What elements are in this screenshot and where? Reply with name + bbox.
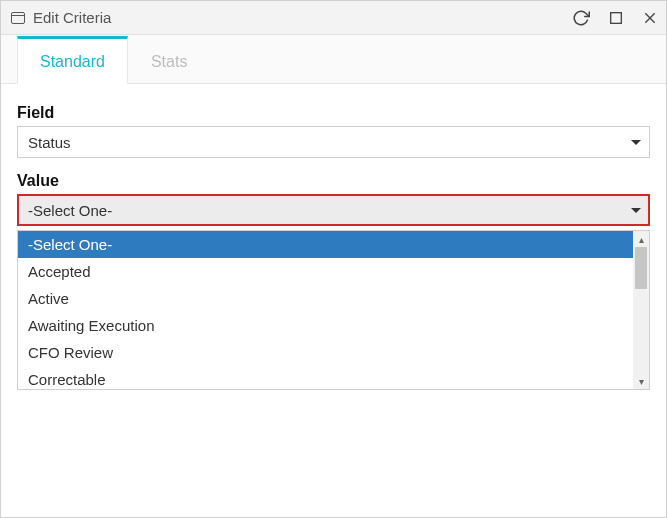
window-icon — [11, 12, 25, 24]
close-icon[interactable] — [642, 10, 658, 26]
tab-stats[interactable]: Stats — [128, 36, 210, 84]
titlebar: Edit Criteria — [1, 1, 666, 35]
scroll-down-icon[interactable]: ▾ — [633, 373, 649, 389]
edit-criteria-window: Edit Criteria Standard Stats Field Statu… — [0, 0, 667, 518]
window-title: Edit Criteria — [33, 9, 111, 26]
value-select-value: -Select One- — [28, 202, 112, 219]
tab-standard[interactable]: Standard — [17, 36, 128, 84]
svg-rect-0 — [611, 12, 622, 23]
value-option[interactable]: Accepted — [18, 258, 633, 285]
value-select[interactable]: -Select One- — [17, 194, 650, 226]
value-option-list: -Select One- Accepted Active Awaiting Ex… — [18, 231, 633, 389]
window-controls — [572, 9, 658, 27]
field-select-value: Status — [28, 134, 71, 151]
scroll-track[interactable] — [633, 247, 649, 373]
chevron-down-icon — [631, 140, 641, 145]
value-label: Value — [17, 172, 650, 190]
value-option[interactable]: Correctable — [18, 366, 633, 389]
field-label: Field — [17, 104, 650, 122]
dropdown-scrollbar[interactable]: ▴ ▾ — [633, 231, 649, 389]
content-area: Field Status Value -Select One- -Select … — [1, 84, 666, 404]
refresh-icon[interactable] — [572, 9, 590, 27]
maximize-icon[interactable] — [608, 10, 624, 26]
value-dropdown: -Select One- Accepted Active Awaiting Ex… — [17, 230, 650, 390]
value-option[interactable]: Active — [18, 285, 633, 312]
value-option[interactable]: CFO Review — [18, 339, 633, 366]
chevron-down-icon — [631, 208, 641, 213]
scroll-thumb[interactable] — [635, 247, 647, 289]
tabs: Standard Stats — [1, 35, 666, 84]
value-option[interactable]: -Select One- — [18, 231, 633, 258]
value-option[interactable]: Awaiting Execution — [18, 312, 633, 339]
scroll-up-icon[interactable]: ▴ — [633, 231, 649, 247]
field-select[interactable]: Status — [17, 126, 650, 158]
